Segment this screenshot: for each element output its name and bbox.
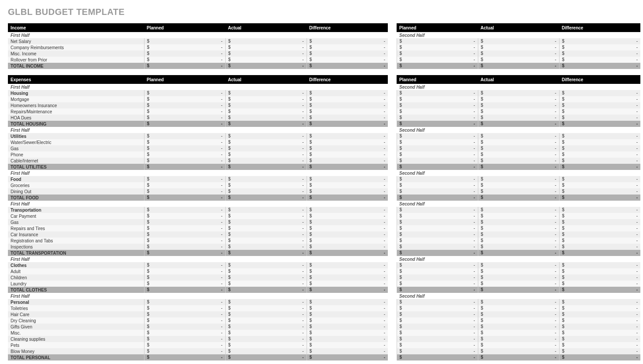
money-cell[interactable]: $- (144, 342, 225, 348)
money-cell[interactable]: $- (225, 115, 307, 121)
money-cell[interactable]: $- (307, 250, 388, 256)
money-cell[interactable]: $- (478, 50, 559, 57)
money-cell[interactable]: $- (307, 287, 388, 293)
money-cell[interactable]: $- (559, 44, 640, 50)
money-cell[interactable]: $- (144, 274, 225, 281)
money-cell[interactable]: $- (225, 102, 307, 108)
money-cell[interactable]: $- (144, 38, 225, 44)
money-cell[interactable]: $- (478, 311, 559, 317)
money-cell[interactable]: $- (559, 176, 640, 182)
money-cell[interactable]: $- (225, 348, 307, 354)
money-cell[interactable]: $- (144, 90, 225, 96)
money-cell[interactable]: $- (397, 188, 478, 195)
money-cell[interactable]: $- (144, 311, 225, 317)
money-cell[interactable]: $- (397, 63, 478, 69)
money-cell[interactable]: $- (478, 238, 559, 244)
money-cell[interactable]: $- (307, 324, 388, 330)
money-cell[interactable]: $- (559, 50, 640, 57)
money-cell[interactable]: $- (307, 238, 388, 244)
money-cell[interactable]: $- (225, 231, 307, 238)
money-cell[interactable]: $- (307, 330, 388, 336)
money-cell[interactable]: $- (559, 213, 640, 219)
money-cell[interactable]: $- (144, 324, 225, 330)
money-cell[interactable]: $- (225, 281, 307, 287)
money-cell[interactable]: $- (144, 151, 225, 158)
money-cell[interactable]: $- (478, 231, 559, 238)
money-cell[interactable]: $- (225, 188, 307, 195)
money-cell[interactable]: $- (144, 158, 225, 164)
money-cell[interactable]: $- (478, 195, 559, 201)
money-cell[interactable]: $- (307, 354, 388, 360)
money-cell[interactable]: $- (307, 262, 388, 268)
money-cell[interactable]: $- (225, 145, 307, 151)
money-cell[interactable]: $- (478, 287, 559, 293)
money-cell[interactable]: $- (478, 176, 559, 182)
money-cell[interactable]: $- (559, 158, 640, 164)
money-cell[interactable]: $- (478, 330, 559, 336)
money-cell[interactable]: $- (307, 274, 388, 281)
money-cell[interactable]: $- (144, 299, 225, 305)
money-cell[interactable]: $- (397, 311, 478, 317)
money-cell[interactable]: $- (397, 324, 478, 330)
money-cell[interactable]: $- (559, 250, 640, 256)
money-cell[interactable]: $- (397, 115, 478, 121)
money-cell[interactable]: $- (307, 195, 388, 201)
money-cell[interactable]: $- (559, 145, 640, 151)
money-cell[interactable]: $- (397, 164, 478, 170)
money-cell[interactable]: $- (144, 139, 225, 145)
money-cell[interactable]: $- (144, 219, 225, 225)
money-cell[interactable]: $- (397, 57, 478, 63)
money-cell[interactable]: $- (144, 108, 225, 115)
money-cell[interactable]: $- (559, 188, 640, 195)
money-cell[interactable]: $- (559, 90, 640, 96)
money-cell[interactable]: $- (225, 354, 307, 360)
money-cell[interactable]: $- (559, 115, 640, 121)
money-cell[interactable]: $- (478, 225, 559, 231)
money-cell[interactable]: $- (144, 336, 225, 342)
money-cell[interactable]: $- (397, 281, 478, 287)
money-cell[interactable]: $- (225, 213, 307, 219)
money-cell[interactable]: $- (478, 244, 559, 250)
money-cell[interactable]: $- (397, 342, 478, 348)
money-cell[interactable]: $- (144, 164, 225, 170)
money-cell[interactable]: $- (397, 38, 478, 44)
money-cell[interactable]: $- (144, 63, 225, 69)
money-cell[interactable]: $- (225, 207, 307, 213)
money-cell[interactable]: $- (397, 317, 478, 324)
money-cell[interactable]: $- (397, 195, 478, 201)
money-cell[interactable]: $- (307, 115, 388, 121)
money-cell[interactable]: $- (225, 44, 307, 50)
money-cell[interactable]: $- (144, 50, 225, 57)
money-cell[interactable]: $- (225, 108, 307, 115)
money-cell[interactable]: $- (144, 262, 225, 268)
money-cell[interactable]: $- (225, 176, 307, 182)
money-cell[interactable]: $- (559, 348, 640, 354)
money-cell[interactable]: $- (144, 244, 225, 250)
money-cell[interactable]: $- (225, 330, 307, 336)
money-cell[interactable]: $- (307, 50, 388, 57)
money-cell[interactable]: $- (307, 151, 388, 158)
money-cell[interactable]: $- (478, 164, 559, 170)
money-cell[interactable]: $- (478, 336, 559, 342)
money-cell[interactable]: $- (559, 287, 640, 293)
money-cell[interactable]: $- (307, 121, 388, 127)
money-cell[interactable]: $- (144, 354, 225, 360)
money-cell[interactable]: $- (307, 145, 388, 151)
money-cell[interactable]: $- (225, 311, 307, 317)
money-cell[interactable]: $- (307, 63, 388, 69)
money-cell[interactable]: $- (478, 38, 559, 44)
money-cell[interactable]: $- (144, 287, 225, 293)
money-cell[interactable]: $- (307, 342, 388, 348)
money-cell[interactable]: $- (307, 102, 388, 108)
money-cell[interactable]: $- (478, 305, 559, 311)
money-cell[interactable]: $- (225, 238, 307, 244)
money-cell[interactable]: $- (559, 317, 640, 324)
money-cell[interactable]: $- (307, 90, 388, 96)
money-cell[interactable]: $- (225, 121, 307, 127)
money-cell[interactable]: $- (559, 324, 640, 330)
money-cell[interactable]: $- (307, 96, 388, 102)
money-cell[interactable]: $- (478, 102, 559, 108)
money-cell[interactable]: $- (225, 287, 307, 293)
money-cell[interactable]: $- (307, 164, 388, 170)
money-cell[interactable]: $- (559, 281, 640, 287)
